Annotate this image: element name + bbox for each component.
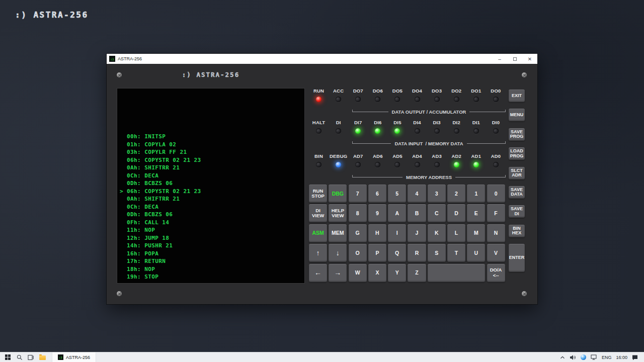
key-arrow-left[interactable]: ← [309,264,327,282]
bracket-line [352,175,403,177]
taskbar-app-astra-256[interactable]: :) ASTRA-256 [52,352,96,362]
terminal-line: 01h: COPYLA 02 [120,141,304,149]
key-q[interactable]: Q [388,244,406,262]
key-i[interactable]: I [388,224,406,242]
close-button[interactable]: ✕ [522,54,537,64]
menu-button[interactable]: MENU [509,109,525,121]
key-arrow-up[interactable]: ↑ [309,244,327,262]
led-label-ad3: AD3 [432,153,442,159]
terminal-line: 16h: POPA [120,250,304,258]
save-data-button[interactable]: SAVE DATA [509,186,525,199]
load-prog-button[interactable]: LOAD PROG [509,147,525,160]
key-l[interactable]: L [447,224,465,242]
led-label-ad6: AD6 [373,153,383,159]
key-j[interactable]: J [408,224,426,242]
key-0[interactable]: 0 [487,185,505,203]
taskbar-search-button[interactable] [14,352,25,362]
key-4[interactable]: 4 [408,185,426,203]
key-f[interactable]: F [487,204,505,222]
tray-app-icon[interactable] [581,354,586,360]
key-t[interactable]: T [447,244,465,262]
key-s[interactable]: S [428,244,446,262]
enter-button[interactable]: ENTER [509,244,525,272]
bracket-line [467,141,506,144]
key-v[interactable]: V [487,244,505,262]
led-label-run: RUN [313,88,324,94]
led-section: RUNACCDO7DO6DO5DO4DO3DO2DO1DO0DATA OUTPU… [309,64,506,184]
key-1[interactable]: 1 [467,185,485,203]
key-arrow-down[interactable]: ↓ [329,244,347,262]
key-g[interactable]: G [349,224,367,242]
network-icon[interactable] [591,354,597,360]
key-8[interactable]: 8 [349,204,367,222]
key-u[interactable]: U [467,244,485,262]
key-o[interactable]: O [349,244,367,262]
key-space[interactable] [428,264,486,282]
system-tray: ENG 16:00 [560,354,644,360]
led-do0-indicator [493,97,499,102]
key-n[interactable]: N [487,224,505,242]
maximize-button[interactable] [507,54,522,64]
led-label-ad4: AD4 [412,153,422,159]
key-p[interactable]: P [368,244,386,262]
key-7[interactable]: 7 [349,185,367,203]
key-b[interactable]: B [408,204,426,222]
key-3[interactable]: 3 [428,185,446,203]
bracket-line [455,175,506,177]
led-cell-do4: DO4 [407,88,427,102]
key-9[interactable]: 9 [368,204,386,222]
side-buttons: EXITMENUSAVE PROGLOAD PROGSLCT ADRSAVE D… [509,89,525,272]
led-do6-indicator [375,97,380,102]
key-y[interactable]: Y [388,264,406,282]
key-help-view[interactable]: HELP VIEW [329,204,347,222]
key-do-a[interactable]: DO/A <-- [487,264,505,282]
key-mem[interactable]: MEM [329,224,347,242]
chevron-up-icon[interactable] [560,355,565,359]
led-cell-di6: DI6 [368,120,387,134]
key-h[interactable]: H [368,224,386,242]
led-di1-indicator [473,128,479,134]
key-arrow-right[interactable]: → [329,264,347,282]
key-z[interactable]: Z [408,264,426,282]
led-cell-do1: DO1 [466,88,486,102]
key-m[interactable]: M [467,224,485,242]
search-icon [17,354,23,360]
minimize-button[interactable]: – [492,54,507,64]
exit-button[interactable]: EXIT [509,89,525,102]
key-c[interactable]: C [428,204,446,222]
task-view-button[interactable] [25,352,37,362]
file-explorer-button[interactable] [37,352,48,362]
key-dbg[interactable]: DBG [329,185,347,203]
key-k[interactable]: K [428,224,446,242]
clock[interactable]: 16:00 [616,355,627,360]
bin-hex-button[interactable]: BIN HEX [509,225,525,237]
speaker-icon[interactable] [570,354,576,360]
terminal-line: 00h: INITSP [120,133,304,141]
key-a[interactable]: A [388,204,406,222]
window-titlebar[interactable]: :) ASTRA-256 – ✕ [107,54,537,64]
save-prog-button[interactable]: SAVE PROG [509,128,525,141]
slct-adr-button[interactable]: SLCT ADR [509,167,525,179]
led-di2-indicator [454,128,459,134]
key-d[interactable]: D [447,204,465,222]
key-di-view[interactable]: DI VIEW [309,204,327,222]
led-group-bracket: DATA INPUT / MEMORY DATA [352,137,506,144]
key-w[interactable]: W [349,264,367,282]
language-indicator[interactable]: ENG [602,355,612,360]
save-di-button[interactable]: SAVE DI [509,205,525,218]
action-center-icon[interactable] [632,354,638,360]
led-di7-indicator [355,128,361,134]
led-label-do5: DO5 [392,88,403,94]
key-r[interactable]: R [408,244,426,262]
key-6[interactable]: 6 [368,185,386,203]
key-x[interactable]: X [368,264,386,282]
key-5[interactable]: 5 [388,185,406,203]
key-2[interactable]: 2 [447,185,465,203]
key-asm[interactable]: ASM [309,224,327,242]
start-button[interactable] [2,352,14,362]
bracket-line [352,110,388,112]
key-run-stop[interactable]: RUN STOP [309,185,327,203]
led-di0-indicator [493,128,499,134]
led-label-di6: DI6 [374,120,381,125]
key-e[interactable]: E [467,204,485,222]
